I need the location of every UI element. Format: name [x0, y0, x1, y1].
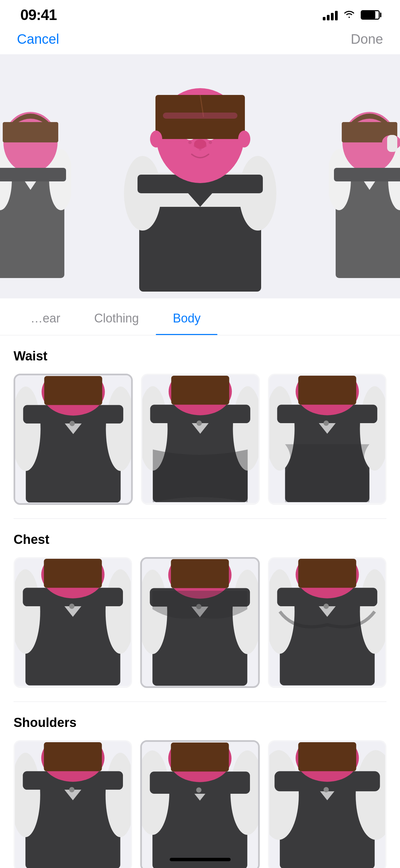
shoulders-option-3[interactable] — [268, 740, 386, 868]
svg-point-62 — [323, 420, 329, 426]
chest-option-2[interactable] — [140, 557, 259, 688]
svg-rect-4 — [3, 122, 58, 142]
waist-option-3[interactable] — [268, 374, 386, 505]
waist-option-2[interactable] — [141, 374, 259, 505]
tab-clothing[interactable]: Clothing — [77, 305, 156, 335]
chest-option-1[interactable] — [14, 557, 132, 688]
svg-point-46 — [69, 421, 75, 426]
svg-rect-109 — [298, 742, 356, 771]
done-button[interactable]: Done — [351, 32, 383, 47]
svg-point-54 — [197, 420, 202, 426]
svg-point-28 — [150, 131, 162, 147]
svg-rect-53 — [171, 376, 229, 405]
svg-point-110 — [323, 787, 329, 792]
svg-rect-61 — [298, 376, 356, 405]
avatar-left-preview — [0, 75, 71, 278]
svg-point-94 — [69, 787, 75, 792]
cancel-button[interactable]: Cancel — [17, 32, 59, 47]
avatar-right-preview — [329, 75, 400, 278]
segment-tabs: …ear Clothing Body — [0, 305, 400, 335]
nav-bar: Cancel Done — [0, 27, 400, 54]
chest-options — [14, 557, 386, 695]
chest-title: Chest — [14, 532, 386, 547]
tab-body[interactable]: Body — [156, 305, 217, 335]
shoulders-option-2[interactable] — [140, 740, 259, 868]
waist-option-1[interactable] — [14, 374, 133, 505]
svg-point-19 — [194, 139, 206, 149]
svg-rect-30 — [163, 113, 237, 119]
tab-headwear[interactable]: …ear — [14, 305, 77, 335]
svg-rect-77 — [171, 559, 229, 588]
home-indicator — [170, 858, 231, 861]
svg-point-17 — [209, 141, 212, 144]
segment-control: …ear Clothing Body — [0, 298, 400, 335]
svg-rect-5 — [0, 168, 66, 181]
status-bar: 09:41 — [0, 0, 400, 27]
waist-title: Waist — [14, 349, 386, 363]
status-icons — [323, 9, 380, 21]
shoulders-section: Shoulders — [0, 702, 400, 868]
wifi-icon — [343, 9, 355, 21]
waist-options — [14, 374, 386, 512]
chest-option-3[interactable] — [268, 557, 386, 688]
signal-icon — [323, 9, 338, 20]
shoulders-options — [14, 740, 386, 868]
svg-rect-69 — [44, 559, 102, 588]
svg-rect-45 — [44, 376, 102, 405]
shoulders-option-1[interactable] — [14, 740, 132, 868]
shoulders-title: Shoulders — [14, 715, 386, 730]
avatar-center-preview — [119, 61, 281, 292]
svg-point-102 — [196, 787, 202, 793]
svg-rect-85 — [298, 559, 356, 588]
svg-point-29 — [238, 131, 250, 147]
svg-rect-93 — [44, 742, 102, 771]
avatar-preview — [0, 54, 400, 298]
svg-rect-101 — [171, 743, 229, 772]
svg-rect-36 — [334, 168, 400, 181]
svg-rect-38 — [387, 135, 397, 152]
svg-point-70 — [69, 604, 75, 609]
svg-point-86 — [323, 604, 329, 609]
waist-section: Waist — [0, 335, 400, 518]
chest-section: Chest — [0, 519, 400, 702]
svg-point-14 — [188, 141, 192, 144]
status-time: 09:41 — [20, 6, 57, 23]
battery-icon — [361, 10, 380, 20]
